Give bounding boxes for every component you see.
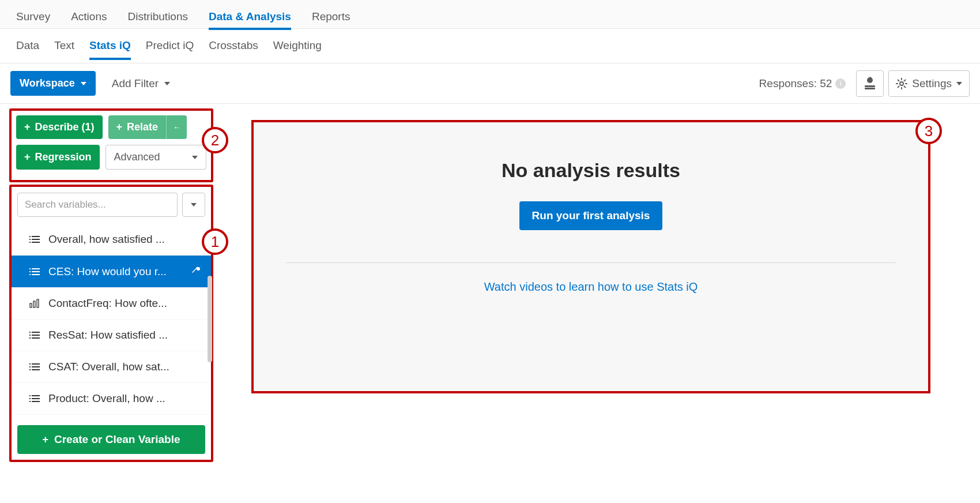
plus-icon: + [24,121,31,133]
svg-rect-26 [37,299,39,307]
svg-rect-38 [32,369,40,370]
book-apple-icon [864,77,876,91]
learning-button[interactable] [856,70,884,97]
callout-badge-2: 2 [202,127,228,153]
variables-panel: Overall, how satisfied ... CES: How woul… [9,185,213,462]
ordinal-icon [29,234,40,245]
settings-button[interactable]: Settings [888,70,970,97]
tab-data-analysis[interactable]: Data & Analysis [209,5,291,30]
search-variables-input[interactable] [17,193,178,217]
relate-label: Relate [127,121,158,133]
sub-tab-bar: Data Text Stats iQ Predict iQ Crosstabs … [0,29,980,63]
variable-item[interactable]: Product: Overall, how ... [12,383,211,415]
svg-rect-37 [29,369,31,370]
scrollbar-thumb[interactable] [208,276,212,362]
svg-rect-39 [29,395,31,396]
svg-rect-30 [32,335,40,336]
variable-label: ContactFreq: How ofte... [48,297,201,310]
watch-videos-link[interactable]: Watch videos to learn how to use Stats i… [484,280,698,294]
regression-button[interactable]: + Regression [16,145,100,170]
create-variable-label: Create or Clean Variable [54,433,180,446]
chevron-down-icon [191,203,197,207]
callout-badge-1: 1 [202,228,228,255]
svg-rect-27 [29,332,31,333]
svg-rect-43 [29,401,31,402]
analysis-buttons-panel: + Describe (1) + Relate ← + Regression A… [9,108,213,182]
advanced-dropdown[interactable]: Advanced [105,145,206,170]
svg-rect-44 [32,401,40,402]
subtab-weighting[interactable]: Weighting [273,39,322,60]
subtab-crosstabs[interactable]: Crosstabs [209,39,258,60]
svg-point-0 [867,77,873,83]
chevron-down-icon [81,82,86,85]
svg-rect-42 [32,398,40,399]
svg-rect-13 [32,236,40,237]
svg-rect-20 [29,271,31,272]
variable-item-selected[interactable]: CES: How would you r... [12,256,211,288]
ordinal-icon [29,393,40,404]
create-clean-variable-button[interactable]: + Create or Clean Variable [17,425,205,454]
tab-survey[interactable]: Survey [16,5,50,30]
svg-rect-29 [29,335,31,336]
divider [286,262,896,263]
svg-rect-14 [29,239,31,240]
svg-rect-15 [32,239,40,240]
svg-rect-35 [29,366,31,367]
svg-rect-21 [32,271,40,272]
svg-rect-41 [29,398,31,399]
variable-item[interactable]: CSAT: Overall, how sat... [12,351,211,383]
svg-line-10 [904,80,906,81]
svg-rect-40 [32,395,40,396]
plus-icon: + [42,434,48,446]
svg-rect-28 [32,332,40,333]
subtab-text[interactable]: Text [54,39,74,60]
variable-label: CES: How would you r... [48,265,182,278]
svg-rect-17 [32,242,40,243]
svg-rect-12 [29,236,31,237]
tab-actions[interactable]: Actions [71,5,107,30]
subtab-predict-iq[interactable]: Predict iQ [146,39,194,60]
info-icon[interactable]: i [835,78,846,89]
add-filter-label: Add Filter [112,77,159,90]
tab-reports[interactable]: Reports [312,5,350,30]
add-filter-button[interactable]: Add Filter [112,77,170,90]
variable-item[interactable]: ResSat: How satisfied ... [12,320,211,351]
svg-rect-19 [32,268,40,269]
variable-label: Overall, how satisfied ... [48,233,201,246]
subtab-data[interactable]: Data [16,39,39,60]
chevron-down-icon [956,82,962,85]
ordinal-icon [29,266,40,277]
svg-rect-32 [32,337,40,339]
relate-arrow-button[interactable]: ← [166,115,187,139]
chevron-down-icon [164,82,170,85]
top-tab-bar: Survey Actions Distributions Data & Anal… [0,0,980,29]
variable-item[interactable]: ContactFreq: How ofte... [12,288,211,320]
arrow-left-icon: ← [173,123,180,132]
relate-button[interactable]: + Relate [108,115,167,139]
svg-rect-18 [29,268,31,269]
svg-line-8 [898,80,899,81]
svg-rect-16 [29,242,31,243]
svg-rect-22 [29,274,31,275]
responses-label: Responses: 52 [759,77,832,90]
run-first-analysis-button[interactable]: Run your first analysis [519,201,663,230]
svg-rect-2 [865,88,875,89]
svg-point-3 [900,82,903,85]
svg-rect-23 [32,274,40,275]
search-options-dropdown[interactable] [182,193,205,217]
subtab-stats-iq[interactable]: Stats iQ [89,39,131,60]
svg-rect-25 [33,301,35,307]
svg-rect-31 [29,337,31,339]
workspace-label: Workspace [20,77,75,89]
variable-list: Overall, how satisfied ... CES: How woul… [12,224,211,415]
workspace-dropdown[interactable]: Workspace [10,71,96,96]
callout-badge-3: 3 [915,118,942,144]
describe-button[interactable]: + Describe (1) [16,115,103,139]
regression-label: Regression [35,151,92,163]
bar-chart-icon [29,298,40,309]
wrench-icon[interactable] [190,265,201,278]
gear-icon [896,78,907,89]
variable-item[interactable]: Overall, how satisfied ... [12,224,211,256]
svg-rect-1 [865,85,875,87]
tab-distributions[interactable]: Distributions [127,5,188,30]
